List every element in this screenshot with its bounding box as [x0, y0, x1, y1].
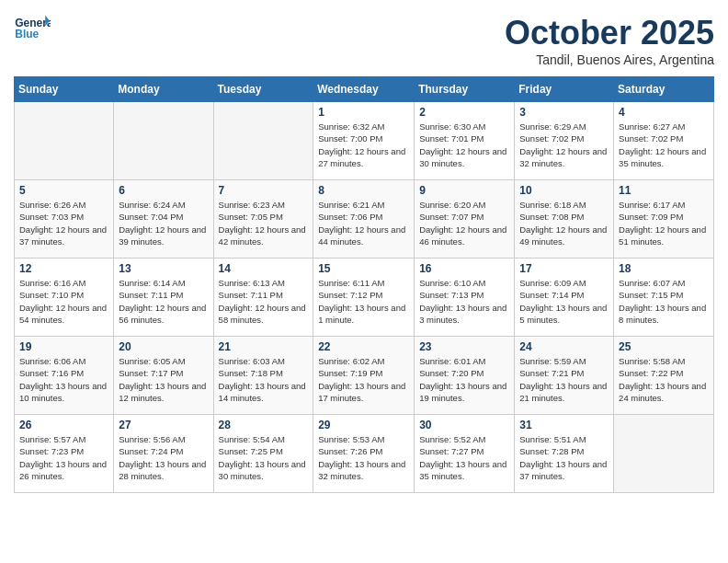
calendar-cell: 1Sunrise: 6:32 AMSunset: 7:00 PMDaylight…: [313, 102, 415, 180]
day-info: Sunrise: 6:20 AMSunset: 7:07 PMDaylight:…: [419, 199, 509, 247]
day-number: 1: [318, 106, 409, 119]
day-number: 23: [419, 340, 509, 353]
calendar-cell: 5Sunrise: 6:26 AMSunset: 7:03 PMDaylight…: [15, 180, 114, 259]
location-title: Tandil, Buenos Aires, Argentina: [505, 52, 714, 67]
calendar-header-friday: Friday: [515, 77, 614, 102]
day-number: 27: [119, 419, 208, 431]
calendar-cell: 24Sunrise: 5:59 AMSunset: 7:21 PMDayligh…: [515, 337, 614, 415]
calendar-cell: 16Sunrise: 6:10 AMSunset: 7:13 PMDayligh…: [415, 259, 515, 337]
calendar-cell: 6Sunrise: 6:24 AMSunset: 7:04 PMDaylight…: [114, 180, 213, 259]
calendar-cell: [114, 102, 213, 180]
day-number: 29: [318, 419, 409, 431]
calendar-cell: 14Sunrise: 6:13 AMSunset: 7:11 PMDayligh…: [213, 259, 313, 337]
calendar-cell: [15, 102, 114, 180]
day-info: Sunrise: 6:06 AMSunset: 7:16 PMDaylight:…: [19, 355, 108, 404]
day-info: Sunrise: 5:56 AMSunset: 7:24 PMDaylight:…: [119, 433, 208, 482]
day-number: 16: [419, 262, 509, 275]
day-info: Sunrise: 6:24 AMSunset: 7:04 PMDaylight:…: [119, 199, 208, 247]
day-number: 15: [318, 262, 409, 275]
calendar-cell: 29Sunrise: 5:53 AMSunset: 7:26 PMDayligh…: [313, 415, 415, 493]
calendar-cell: 20Sunrise: 6:05 AMSunset: 7:17 PMDayligh…: [114, 337, 213, 415]
day-number: 20: [119, 340, 208, 353]
day-info: Sunrise: 6:27 AMSunset: 7:02 PMDaylight:…: [619, 121, 709, 169]
month-title: October 2025: [505, 14, 714, 52]
day-number: 19: [19, 340, 108, 353]
day-number: 26: [19, 419, 108, 431]
calendar-cell: 15Sunrise: 6:11 AMSunset: 7:12 PMDayligh…: [313, 259, 415, 337]
day-info: Sunrise: 5:54 AMSunset: 7:25 PMDaylight:…: [219, 433, 309, 482]
calendar-cell: 25Sunrise: 5:58 AMSunset: 7:22 PMDayligh…: [614, 337, 714, 415]
day-number: 11: [619, 184, 709, 197]
calendar-cell: [614, 415, 714, 493]
day-info: Sunrise: 6:16 AMSunset: 7:10 PMDaylight:…: [19, 277, 108, 326]
day-info: Sunrise: 6:17 AMSunset: 7:09 PMDaylight:…: [619, 199, 709, 247]
title-block: October 2025 Tandil, Buenos Aires, Argen…: [505, 14, 714, 67]
logo-icon: General Blue: [14, 14, 51, 41]
page-header: General Blue October 2025 Tandil, Buenos…: [14, 14, 714, 67]
day-number: 30: [419, 419, 509, 431]
calendar-table: SundayMondayTuesdayWednesdayThursdayFrid…: [14, 76, 714, 493]
day-number: 24: [519, 340, 609, 353]
calendar-header-thursday: Thursday: [415, 77, 515, 102]
day-info: Sunrise: 6:29 AMSunset: 7:02 PMDaylight:…: [519, 121, 609, 169]
day-info: Sunrise: 6:18 AMSunset: 7:08 PMDaylight:…: [519, 199, 609, 247]
day-number: 5: [19, 184, 108, 197]
calendar-cell: 26Sunrise: 5:57 AMSunset: 7:23 PMDayligh…: [15, 415, 114, 493]
calendar-cell: 27Sunrise: 5:56 AMSunset: 7:24 PMDayligh…: [114, 415, 213, 493]
day-info: Sunrise: 6:21 AMSunset: 7:06 PMDaylight:…: [318, 199, 409, 247]
day-number: 2: [419, 106, 509, 119]
day-info: Sunrise: 6:05 AMSunset: 7:17 PMDaylight:…: [119, 355, 208, 404]
calendar-header-tuesday: Tuesday: [213, 77, 313, 102]
day-info: Sunrise: 5:57 AMSunset: 7:23 PMDaylight:…: [19, 433, 108, 482]
day-info: Sunrise: 5:52 AMSunset: 7:27 PMDaylight:…: [419, 433, 509, 482]
calendar-header-monday: Monday: [114, 77, 213, 102]
day-info: Sunrise: 6:01 AMSunset: 7:20 PMDaylight:…: [419, 355, 509, 404]
day-info: Sunrise: 6:09 AMSunset: 7:14 PMDaylight:…: [519, 277, 609, 326]
svg-text:Blue: Blue: [15, 28, 39, 40]
calendar-cell: 10Sunrise: 6:18 AMSunset: 7:08 PMDayligh…: [515, 180, 614, 259]
calendar-header-saturday: Saturday: [614, 77, 714, 102]
day-number: 6: [119, 184, 208, 197]
day-info: Sunrise: 6:13 AMSunset: 7:11 PMDaylight:…: [219, 277, 309, 326]
day-info: Sunrise: 6:11 AMSunset: 7:12 PMDaylight:…: [318, 277, 409, 326]
day-info: Sunrise: 5:59 AMSunset: 7:21 PMDaylight:…: [519, 355, 609, 404]
day-info: Sunrise: 6:26 AMSunset: 7:03 PMDaylight:…: [19, 199, 108, 247]
day-number: 18: [619, 262, 709, 275]
day-info: Sunrise: 6:03 AMSunset: 7:18 PMDaylight:…: [219, 355, 309, 404]
day-info: Sunrise: 6:32 AMSunset: 7:00 PMDaylight:…: [318, 121, 409, 169]
calendar-week-row: 5Sunrise: 6:26 AMSunset: 7:03 PMDaylight…: [15, 180, 714, 259]
calendar-cell: 7Sunrise: 6:23 AMSunset: 7:05 PMDaylight…: [213, 180, 313, 259]
calendar-cell: 12Sunrise: 6:16 AMSunset: 7:10 PMDayligh…: [15, 259, 114, 337]
calendar-cell: [213, 102, 313, 180]
calendar-cell: 13Sunrise: 6:14 AMSunset: 7:11 PMDayligh…: [114, 259, 213, 337]
day-info: Sunrise: 6:10 AMSunset: 7:13 PMDaylight:…: [419, 277, 509, 326]
day-info: Sunrise: 5:58 AMSunset: 7:22 PMDaylight:…: [619, 355, 709, 404]
calendar-cell: 23Sunrise: 6:01 AMSunset: 7:20 PMDayligh…: [415, 337, 515, 415]
calendar-cell: 21Sunrise: 6:03 AMSunset: 7:18 PMDayligh…: [213, 337, 313, 415]
day-number: 21: [219, 340, 309, 353]
calendar-cell: 30Sunrise: 5:52 AMSunset: 7:27 PMDayligh…: [415, 415, 515, 493]
day-number: 13: [119, 262, 208, 275]
day-number: 22: [318, 340, 409, 353]
calendar-cell: 28Sunrise: 5:54 AMSunset: 7:25 PMDayligh…: [213, 415, 313, 493]
calendar-cell: 18Sunrise: 6:07 AMSunset: 7:15 PMDayligh…: [614, 259, 714, 337]
day-number: 17: [519, 262, 609, 275]
day-info: Sunrise: 6:14 AMSunset: 7:11 PMDaylight:…: [119, 277, 208, 326]
day-number: 31: [519, 419, 609, 431]
calendar-cell: 31Sunrise: 5:51 AMSunset: 7:28 PMDayligh…: [515, 415, 614, 493]
day-info: Sunrise: 6:30 AMSunset: 7:01 PMDaylight:…: [419, 121, 509, 169]
day-info: Sunrise: 5:53 AMSunset: 7:26 PMDaylight:…: [318, 433, 409, 482]
day-info: Sunrise: 6:02 AMSunset: 7:19 PMDaylight:…: [318, 355, 409, 404]
day-info: Sunrise: 6:23 AMSunset: 7:05 PMDaylight:…: [219, 199, 309, 247]
day-number: 25: [619, 340, 709, 353]
calendar-week-row: 19Sunrise: 6:06 AMSunset: 7:16 PMDayligh…: [15, 337, 714, 415]
calendar-cell: 9Sunrise: 6:20 AMSunset: 7:07 PMDaylight…: [415, 180, 515, 259]
day-info: Sunrise: 5:51 AMSunset: 7:28 PMDaylight:…: [519, 433, 609, 482]
day-number: 12: [19, 262, 108, 275]
day-number: 3: [519, 106, 609, 119]
calendar-cell: 3Sunrise: 6:29 AMSunset: 7:02 PMDaylight…: [515, 102, 614, 180]
calendar-header-row: SundayMondayTuesdayWednesdayThursdayFrid…: [15, 77, 714, 102]
calendar-cell: 17Sunrise: 6:09 AMSunset: 7:14 PMDayligh…: [515, 259, 614, 337]
calendar-cell: 8Sunrise: 6:21 AMSunset: 7:06 PMDaylight…: [313, 180, 415, 259]
calendar-cell: 11Sunrise: 6:17 AMSunset: 7:09 PMDayligh…: [614, 180, 714, 259]
